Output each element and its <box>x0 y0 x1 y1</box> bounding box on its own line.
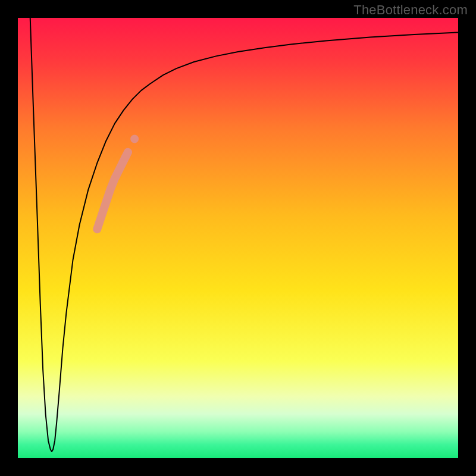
highlight-dot <box>130 135 139 143</box>
chart-frame: TheBottleneck.com <box>0 0 476 476</box>
watermark-text: TheBottleneck.com <box>353 2 468 18</box>
bottleneck-chart <box>0 0 476 476</box>
plot-background <box>18 18 458 458</box>
